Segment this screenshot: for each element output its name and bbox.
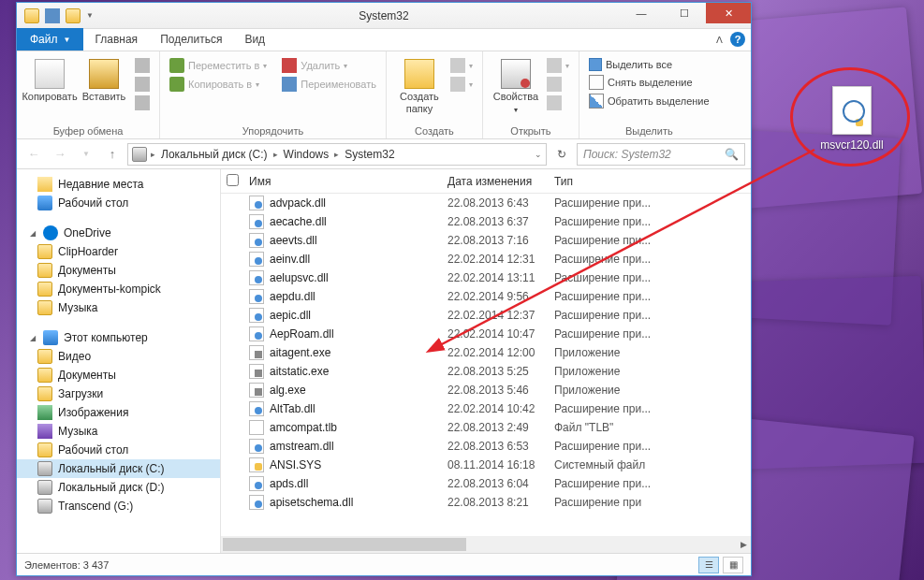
select-all-button[interactable]: Выделить все	[587, 57, 711, 72]
file-row[interactable]: apds.dll22.08.2013 6:04Расширение при...	[221, 474, 751, 493]
nav-item[interactable]: Видео	[17, 347, 220, 366]
nav-item[interactable]: ◢Этот компьютер	[17, 328, 220, 347]
nav-item[interactable]: ◢OneDrive	[17, 224, 220, 242]
copy-path-icon	[135, 77, 150, 92]
tab-share[interactable]: Поделиться	[149, 28, 233, 51]
scroll-right-icon[interactable]: ▶	[736, 537, 751, 552]
nav-label: Рабочий стол	[58, 443, 128, 457]
delete-button[interactable]: Удалить ▾	[280, 57, 378, 74]
nav-item[interactable]: Загрузки	[17, 384, 220, 403]
column-name[interactable]: Имя	[245, 175, 447, 188]
file-row[interactable]: amstream.dll22.08.2013 6:53Расширение пр…	[221, 437, 751, 456]
open-button[interactable]: ▾	[545, 57, 571, 74]
history-button[interactable]	[545, 94, 571, 111]
nav-item[interactable]: ClipHoarder	[17, 242, 220, 261]
scroll-thumb[interactable]	[223, 538, 466, 551]
properties-icon[interactable]	[45, 8, 60, 23]
column-date[interactable]: Дата изменения	[447, 175, 554, 188]
chevron-right-icon[interactable]: ▸	[273, 150, 278, 159]
file-row[interactable]: aeevts.dll22.08.2013 7:16Расширение при.…	[221, 231, 751, 250]
file-row[interactable]: apisetschema.dll22.08.2013 8:21Расширени…	[221, 493, 751, 512]
file-type: Расширение при...	[554, 477, 751, 490]
tab-view[interactable]: Вид	[233, 28, 276, 51]
maximize-button[interactable]: ☐	[663, 3, 706, 23]
nav-item[interactable]: Музыка	[17, 298, 220, 317]
tab-home[interactable]: Главная	[83, 28, 149, 51]
nav-back-button[interactable]: ←	[22, 143, 45, 166]
file-row[interactable]: aeinv.dll22.02.2014 12:31Расширение при.…	[221, 250, 751, 268]
nav-item[interactable]: Документы	[17, 366, 220, 384]
file-row[interactable]: advpack.dll22.08.2013 6:43Расширение при…	[221, 194, 751, 212]
breadcrumb-item[interactable]: Windows	[282, 148, 331, 161]
file-icon	[249, 439, 264, 454]
file-type: Расширение при...	[554, 234, 751, 247]
nav-up-button[interactable]: ↑	[101, 143, 124, 166]
file-row[interactable]: aecache.dll22.08.2013 6:37Расширение при…	[221, 212, 751, 231]
nav-item[interactable]: Документы	[17, 261, 220, 280]
chevron-right-icon[interactable]: ▸	[151, 150, 155, 159]
breadcrumb[interactable]: ▸ Локальный диск (C:) ▸ Windows ▸ System…	[127, 143, 547, 166]
file-row[interactable]: AepRoam.dll22.02.2014 10:47Расширение пр…	[221, 325, 751, 343]
nav-item[interactable]: Музыка	[17, 422, 220, 441]
nav-item[interactable]: Локальный диск (D:)	[17, 478, 220, 497]
select-all-checkbox[interactable]	[227, 174, 239, 186]
move-to-button[interactable]: Переместить в ▾	[168, 57, 269, 74]
file-row[interactable]: ANSI.SYS08.11.2014 16:18Системный файл	[221, 456, 751, 474]
file-row[interactable]: aitstatic.exe22.08.2013 5:25Приложение	[221, 362, 751, 381]
details-view-button[interactable]: ☰	[698, 557, 719, 573]
file-row[interactable]: aepdu.dll22.02.2014 9:56Расширение при..…	[221, 287, 751, 306]
tab-file[interactable]: Файл▼	[17, 28, 83, 51]
rename-button[interactable]: Переименовать	[280, 76, 378, 93]
file-row[interactable]: amcompat.tlb22.08.2013 2:49Файл "TLB"	[221, 418, 751, 437]
nav-forward-button[interactable]: →	[49, 143, 71, 166]
music-ico-icon	[37, 424, 52, 439]
nav-item[interactable]: Рабочий стол	[17, 194, 220, 212]
nav-item[interactable]: Локальный диск (C:)	[17, 459, 220, 478]
chevron-right-icon[interactable]: ▸	[334, 150, 339, 159]
nav-item[interactable]: Рабочий стол	[17, 441, 220, 459]
select-none-button[interactable]: Снять выделение	[587, 74, 711, 91]
nav-item[interactable]: Изображения	[17, 403, 220, 422]
file-row[interactable]: alg.exe22.08.2013 5:46Приложение	[221, 381, 751, 399]
new-folder-icon[interactable]	[66, 8, 81, 23]
copy-path-button[interactable]	[133, 76, 152, 93]
file-row[interactable]: AltTab.dll22.02.2014 10:42Расширение при…	[221, 399, 751, 418]
expand-icon[interactable]: ◢	[28, 334, 37, 342]
minimize-button[interactable]: —	[620, 3, 663, 23]
expand-icon[interactable]: ◢	[28, 229, 37, 238]
invert-selection-button[interactable]: Обратить выделение	[587, 93, 711, 109]
paste-shortcut-button[interactable]	[133, 94, 152, 111]
nav-item[interactable]: Transcend (G:)	[17, 497, 220, 515]
icons-view-button[interactable]: ▦	[723, 557, 743, 573]
breadcrumb-item[interactable]: System32	[343, 148, 396, 161]
file-type: Расширение при...	[554, 253, 751, 266]
cut-button[interactable]	[133, 57, 152, 74]
easy-access-button[interactable]: ▾	[448, 76, 475, 93]
nav-recent-button[interactable]: ▼	[75, 143, 97, 166]
copy-button[interactable]: Копировать	[24, 55, 75, 103]
column-type[interactable]: Тип	[554, 175, 751, 188]
file-row[interactable]: aepic.dll22.02.2014 12:37Расширение при.…	[221, 306, 751, 325]
paste-button[interactable]: Вставить	[79, 55, 129, 103]
file-type: Файл "TLB"	[554, 421, 751, 434]
copy-to-button[interactable]: Копировать в ▾	[168, 76, 269, 93]
help-icon[interactable]: ?	[730, 32, 745, 47]
collapse-ribbon-icon[interactable]: ᐱ	[716, 35, 723, 45]
edit-button[interactable]	[545, 76, 571, 93]
nav-item[interactable]: Документы-kompick	[17, 280, 220, 298]
file-row[interactable]: aitagent.exe22.02.2014 12:00Приложение	[221, 343, 751, 362]
horizontal-scrollbar[interactable]: ◀ ▶	[221, 536, 751, 553]
qat-dropdown-icon[interactable]: ▼	[86, 11, 94, 20]
desktop-file-msvcr120[interactable]: msvcr120.dll	[810, 86, 894, 152]
properties-button[interactable]: Свойства▾	[491, 55, 541, 114]
breadcrumb-item[interactable]: Локальный диск (C:)	[159, 148, 270, 161]
refresh-button[interactable]: ↻	[550, 143, 573, 166]
file-name: aecache.dll	[270, 215, 327, 228]
new-folder-button[interactable]: Создать папку	[394, 55, 445, 114]
search-input[interactable]: Поиск: System32 🔍	[577, 143, 745, 166]
file-row[interactable]: aelupsvc.dll22.02.2014 13:11Расширение п…	[221, 268, 751, 287]
breadcrumb-dropdown-icon[interactable]: ⌄	[535, 150, 542, 159]
nav-item[interactable]: Недавние места	[17, 175, 220, 194]
new-item-button[interactable]: ▾	[448, 57, 475, 74]
close-button[interactable]: ✕	[706, 3, 751, 23]
